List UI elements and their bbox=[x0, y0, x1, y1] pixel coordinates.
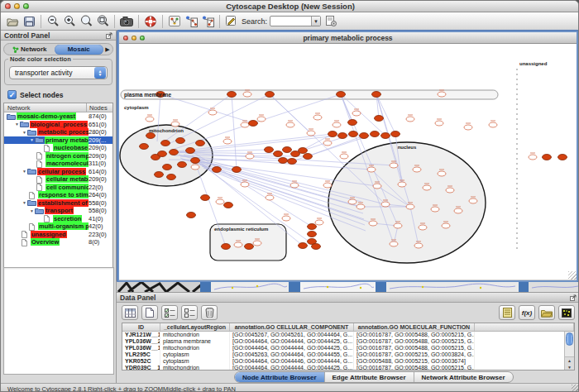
attribute-matrix-icon[interactable] bbox=[558, 305, 575, 320]
tab-overflow-arrow[interactable]: ▶ bbox=[103, 46, 112, 53]
table-cell: cytoplasm bbox=[160, 351, 230, 358]
window-resize-grip[interactable] bbox=[572, 385, 579, 392]
zoom-fit-icon[interactable] bbox=[94, 13, 111, 29]
attribute-table-icon[interactable] bbox=[122, 305, 138, 320]
column-molecular-function[interactable]: annotation.GO MOLECULAR_FUNCTION bbox=[354, 323, 475, 331]
tree-row[interactable]: Overview8(0) bbox=[4, 238, 112, 246]
tree-column-nodes: Nodes bbox=[89, 104, 108, 112]
view-resize-grip[interactable] bbox=[568, 271, 577, 280]
import-attributes-icon[interactable] bbox=[538, 305, 555, 320]
tree-row-label: secretion bbox=[53, 215, 82, 222]
attribute-browser-tab-0[interactable]: Node Attribute Browser bbox=[235, 372, 325, 382]
tab-network[interactable]: Network bbox=[5, 45, 55, 55]
search-settings-icon[interactable] bbox=[323, 13, 339, 29]
scrollbar-arrows[interactable]: ▲▼ bbox=[565, 356, 574, 370]
function-builder-icon[interactable]: f(x) bbox=[519, 305, 535, 320]
disclosure-triangle-icon[interactable]: ▼ bbox=[22, 130, 27, 135]
folder-icon bbox=[7, 113, 16, 120]
column-empty bbox=[475, 323, 574, 331]
delete-attribute-icon[interactable] bbox=[201, 305, 218, 320]
float-panel-icon[interactable] bbox=[106, 32, 112, 39]
birds-eye-view-panel[interactable] bbox=[3, 267, 114, 375]
network-view-titlebar[interactable]: primary metabolic process bbox=[119, 32, 577, 44]
table-row[interactable]: YJR121W__1mitochondrion[GO:0045267, GO:0… bbox=[122, 332, 574, 338]
tree-row-node-count: 614(0) bbox=[89, 168, 113, 176]
tree-row-node-count: 209(0) bbox=[89, 152, 113, 160]
table-scrollbar[interactable]: ▲▼ bbox=[564, 332, 574, 370]
network-manager-icon[interactable] bbox=[166, 13, 183, 29]
help-lifebuoy-icon[interactable] bbox=[142, 13, 159, 29]
table-cell: [GO:0044464, GO:0044444, GO:0044425, G..… bbox=[230, 345, 354, 351]
tree-row-label: response to stimul bbox=[38, 191, 95, 198]
tree-row[interactable]: ▼biological_process651(0) bbox=[4, 121, 112, 129]
node-color-dropdown[interactable]: transporter activity ▲▼ bbox=[9, 66, 108, 79]
network-graph-svg: plasma membranecytoplasmmitochondrionnuc… bbox=[119, 44, 577, 280]
zoom-selected-icon[interactable] bbox=[78, 13, 94, 29]
tree-row[interactable]: nitrogen compo209(0) bbox=[4, 152, 112, 160]
tree-row[interactable]: macromolecule311(0) bbox=[4, 160, 112, 168]
network-tab-icon bbox=[12, 46, 19, 53]
cytoscape-window: Cytoscape Desktop (New Session) bbox=[0, 0, 579, 392]
select-nodes-checkbox[interactable]: ✓ bbox=[7, 90, 17, 99]
tree-row[interactable]: mosaic-demo-yeast874(0) bbox=[4, 112, 112, 121]
open-file-icon[interactable] bbox=[4, 13, 21, 29]
attribute-browser-tab-1[interactable]: Edge Attribute Browser bbox=[325, 372, 414, 382]
tree-row[interactable]: ▼metabolic process280(0) bbox=[4, 128, 112, 136]
scrollbar-thumb[interactable] bbox=[566, 332, 573, 346]
table-cell: mitochondrion bbox=[160, 332, 230, 338]
label-notepad-icon[interactable] bbox=[499, 305, 515, 320]
tree-row[interactable]: cellular metabol209(0) bbox=[4, 175, 112, 184]
attribute-browser-tab-2[interactable]: Network Attribute Browser bbox=[414, 372, 513, 382]
tree-row-label: cellular process bbox=[37, 168, 86, 175]
folder-icon bbox=[27, 168, 36, 174]
background-windows-strip bbox=[117, 282, 579, 292]
search-input[interactable] bbox=[270, 17, 311, 26]
tree-row[interactable]: response to stimul264(0) bbox=[4, 191, 112, 199]
table-row[interactable]: YLR295Ccytoplasm[GO:0045263, GO:0044464,… bbox=[122, 351, 574, 358]
disclosure-triangle-icon[interactable]: ▼ bbox=[29, 137, 35, 142]
tree-row[interactable]: unassigned223(0) bbox=[4, 231, 112, 239]
disclosure-triangle-icon[interactable]: ▼ bbox=[14, 122, 20, 127]
tree-row[interactable]: ▼establishment of lo558(0) bbox=[4, 199, 112, 208]
tree-row[interactable]: ▼primary metabo209(... bbox=[4, 136, 112, 145]
new-attribute-icon[interactable] bbox=[141, 305, 158, 320]
disclosure-triangle-icon[interactable]: ▼ bbox=[29, 208, 35, 213]
select-attributes-icon[interactable] bbox=[161, 305, 178, 320]
table-cell: [GO:0044464, GO:0044444, GO:0044425, G..… bbox=[230, 365, 354, 370]
layout-icon-1[interactable] bbox=[183, 13, 199, 29]
file-icon bbox=[43, 145, 52, 151]
tree-row[interactable]: multi-organism pro42(0) bbox=[4, 222, 112, 231]
select-nodes-row: ✓ Select nodes bbox=[7, 90, 116, 99]
tree-row-label: Overview bbox=[31, 238, 60, 246]
disclosure-triangle-icon[interactable]: ▼ bbox=[22, 200, 27, 205]
float-panel-icon[interactable] bbox=[570, 294, 577, 301]
data-panel: Data Panel f(x) bbox=[117, 292, 579, 383]
tree-row[interactable]: ▼transport558(0) bbox=[4, 207, 112, 215]
save-icon[interactable] bbox=[21, 13, 37, 29]
zoom-out-icon[interactable] bbox=[45, 13, 61, 29]
table-row[interactable]: YKR052Ccytoplasm[GO:0044464, GO:0044446,… bbox=[122, 358, 574, 365]
column-region[interactable]: _cellularLayoutRegion bbox=[160, 323, 230, 331]
tree-row[interactable]: secretion41(0) bbox=[4, 215, 112, 223]
tree-row[interactable]: cell communicat22(0) bbox=[4, 184, 112, 192]
annotation-icon[interactable] bbox=[223, 13, 240, 29]
search-dropdown-icon[interactable]: ▼ bbox=[311, 17, 320, 26]
tab-mosaic[interactable]: Mosaic bbox=[55, 45, 104, 55]
tree-row-node-count: 874(0) bbox=[89, 112, 113, 121]
table-row[interactable]: YDR039C__1mitochondrion[GO:0044464, GO:0… bbox=[122, 365, 574, 370]
svg-text:unassigned: unassigned bbox=[519, 61, 548, 66]
layout-icon-2[interactable] bbox=[199, 13, 216, 29]
tree-row[interactable]: nucleobase-209(0) bbox=[4, 144, 112, 152]
network-canvas[interactable]: plasma membranecytoplasmmitochondrionnuc… bbox=[119, 44, 577, 280]
attribute-table-body: YJR121W__1mitochondrion[GO:0045267, GO:0… bbox=[122, 332, 574, 370]
column-id[interactable]: ID bbox=[122, 323, 160, 331]
disclosure-triangle-icon[interactable]: ▼ bbox=[22, 169, 27, 174]
column-cellular-component[interactable]: annotation.GO CELLULAR_COMPONENT bbox=[230, 323, 354, 331]
file-icon bbox=[28, 192, 37, 198]
table-row[interactable]: YPL036W__1mitochondrion[GO:0044464, GO:0… bbox=[122, 345, 574, 351]
camera-icon[interactable] bbox=[118, 13, 135, 29]
unselect-attributes-icon[interactable] bbox=[181, 305, 198, 320]
zoom-in-icon[interactable] bbox=[61, 13, 78, 29]
table-row[interactable]: YPL036W__2plasma membrane[GO:0044464, GO… bbox=[122, 338, 574, 345]
tree-row[interactable]: ▼cellular process614(0) bbox=[4, 168, 112, 176]
